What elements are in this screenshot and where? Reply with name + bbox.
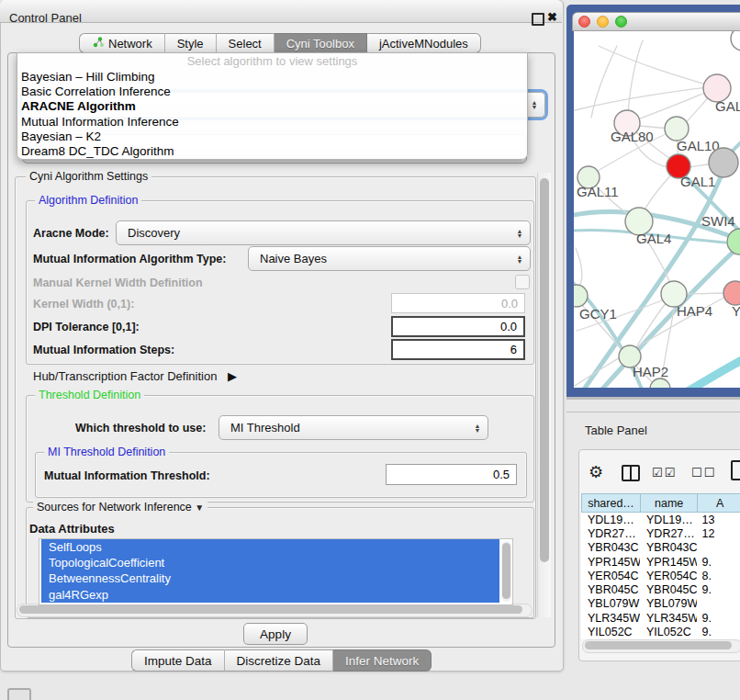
algorithm-option-bayesian-k2[interactable]: Bayesian – K2 [17,129,527,143]
data-attributes-list[interactable]: SelfLoopsTopologicalCoefficientBetweenne… [39,538,513,605]
aracne-mode-combobox[interactable]: Discovery ▲▼ [116,220,531,245]
minimize-light[interactable] [597,16,609,28]
mi-steps-field[interactable]: 6 [391,339,525,360]
table-hscrollbar[interactable] [582,639,740,653]
column-header-name[interactable]: name [640,493,697,513]
algorithm-option-mutual-information-inference[interactable]: Mutual Information Inference [17,114,527,129]
mi-steps-label: Mutual Information Steps: [33,344,174,356]
algorithm-option-bayesian-hill-climbing[interactable]: Bayesian – Hill Climbing [17,69,527,84]
table-row[interactable]: YBL079WYBL079W [581,597,740,611]
network-node[interactable] [650,378,670,388]
dpi-tolerance-field[interactable]: 0.0 [391,316,525,337]
docked-panel-icon[interactable] [7,688,31,700]
table-cell: 13 [697,513,740,526]
control-panel-tabbar: NetworkStyleSelectCyni ToolboxjActiveMNo… [79,33,481,53]
mi-threshold-field[interactable]: 0.5 [386,464,517,485]
mi-type-combobox[interactable]: Naive Bayes ▲▼ [248,246,531,271]
tab-infer-network[interactable]: Infer Network [333,649,432,672]
table-row[interactable]: YLR345WYLR345W9. [581,611,740,625]
algorithm-definition-title: Algorithm Definition [35,194,141,207]
float-window-icon[interactable] [532,13,544,26]
network-node[interactable] [709,148,738,177]
select-all-icon[interactable]: ☑☑ [652,466,677,480]
network-node-label: HAP2 [633,364,668,379]
table-row[interactable]: YIL052CYIL052C9. [581,625,740,638]
algorithm-option-aracne-algorithm[interactable]: ARACNE Algorithm [17,99,527,114]
kernel-width-field[interactable]: 0.0 [391,293,525,313]
control-panel-title: Control Panel [9,11,82,25]
algorithm-option-basic-correlation-inference[interactable]: Basic Correlation Inference [17,84,527,98]
network-node-label: GCY1 [579,306,617,322]
data-attribute-option-betweennesscentrality[interactable]: BetweennessCentrality [41,570,499,586]
data-attribute-option-topologicalcoefficient[interactable]: TopologicalCoefficient [41,555,499,570]
tab-network[interactable]: Network [79,33,165,53]
sources-title[interactable]: Sources for Network Inference ▼ [33,501,207,514]
tab-cyni-toolbox[interactable]: Cyni Toolbox [275,33,367,53]
column-header-shared-[interactable]: shared… [581,493,640,513]
table-row[interactable]: YBR045CYBR045C9. [581,582,740,596]
aracne-mode-label: Aracne Mode: [33,227,109,240]
zoom-light[interactable] [615,16,627,28]
table-row[interactable]: YDR27…YDR27…12 [581,526,740,540]
stepper-arrows-icon: ▲▼ [528,100,541,109]
table-panel-title: Table Panel [585,423,647,437]
collapse-down-icon[interactable]: ▼ [195,502,204,513]
table-cell: YIL052C [581,625,640,638]
tab-discretize-data[interactable]: Discretize Data [225,649,334,672]
table-cell: 9. [697,625,740,638]
file-icon[interactable] [731,460,740,480]
algorithm-option-dream8-dc-tdc-algorithm[interactable]: Dream8 DC_TDC Algorithm [17,143,527,158]
dpi-tolerance-label: DPI Tolerance [0,1]: [33,321,140,333]
table-cell [697,541,740,555]
hub-definition-toggle[interactable]: Hub/Transcription Factor Definition ▶ [33,369,237,383]
table-cell: YDL19… [581,513,640,526]
table-row[interactable]: YBR043CYBR043C [581,541,740,555]
table-row[interactable]: YPR145WYPR145W9. [581,555,740,569]
table-cell: YDL19… [640,513,697,526]
network-edge [576,248,582,290]
table-cell: YER054C [581,569,640,582]
network-node-label: HAP4 [677,303,712,319]
table-cell: 9. [697,611,740,625]
table-cell: YPR145W [581,555,640,569]
table-cell: YBL079W [640,597,697,611]
table-cell: 9. [697,555,740,569]
network-node[interactable] [731,31,740,51]
table-cell: YBR045C [581,582,640,596]
settings-vscrollbar[interactable] [537,173,551,617]
apply-button[interactable]: Apply [243,623,308,645]
table-cell: YER054C [640,569,697,582]
network-node-swi4[interactable] [727,229,740,254]
table-cell: YBL079W [581,597,640,611]
tab-impute-data[interactable]: Impute Data [131,649,225,672]
list-scrollbar[interactable] [501,541,511,602]
tab-jactivemnodules[interactable]: jActiveMNodules [367,33,481,53]
network-node-gcy1[interactable] [574,285,588,307]
data-attribute-option-gal4rgexp[interactable]: gal4RGexp [41,587,499,603]
deselect-all-icon[interactable]: ☐☐ [691,466,716,480]
table-row[interactable]: YER054CYER054C8. [581,569,740,582]
which-threshold-combobox[interactable]: MI Threshold ▲▼ [219,415,488,440]
network-node-label: GAL80 [611,129,654,144]
close-icon[interactable]: ✖ [547,10,557,24]
tab-select[interactable]: Select [217,33,275,53]
network-node-label: GAL [715,98,740,114]
manual-kernel-checkbox[interactable] [515,275,530,289]
network-node-label: GAL4 [636,231,671,246]
tab-style[interactable]: Style [165,33,217,53]
network-canvas[interactable]: GALGAL80GAL10GAL1GAL11GAL4SWI4GCY1HAP4YH… [574,31,740,388]
column-header-a[interactable]: A [697,493,740,513]
data-attribute-option-selfloops[interactable]: SelfLoops [41,539,499,555]
algorithm-hint: Select algorithm to view settings [17,53,527,69]
table-cell: YPR145W [640,555,697,569]
stepper-arrows-icon: ▲▼ [513,254,526,264]
settings-hscrollbar[interactable] [17,604,533,617]
screen: Control Panel ✖ NetworkStyleSelectCyni T… [0,0,740,700]
expand-right-icon[interactable]: ▶ [228,369,237,383]
network-node-y[interactable] [723,281,740,305]
close-light[interactable] [578,16,590,28]
gear-icon[interactable]: ⚙ [589,462,603,482]
table-row[interactable]: YDL19…YDL19…13 [581,513,740,526]
control-panel-titlebar[interactable] [0,0,562,23]
column-view-icon[interactable] [622,465,640,481]
